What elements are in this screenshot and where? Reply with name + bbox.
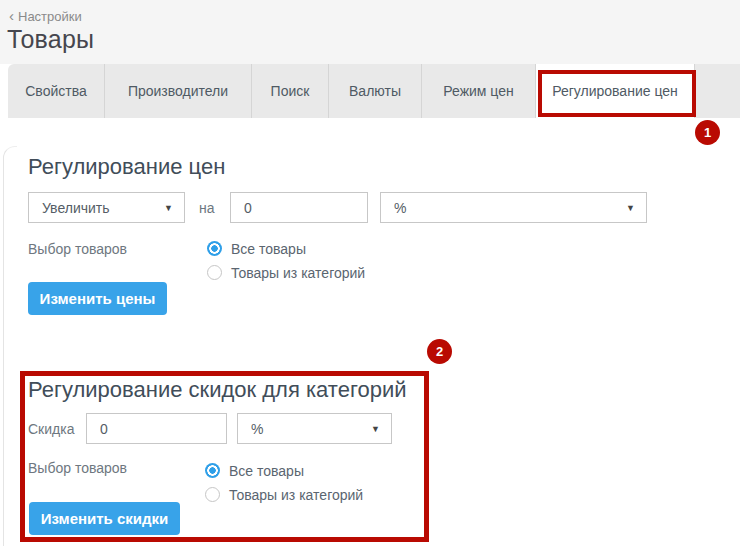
radio-category-products-discounts[interactable] <box>205 487 220 502</box>
discount-label: Скидка <box>28 421 74 437</box>
tab-bar-filler <box>695 64 740 118</box>
products-selection-label: Выбор товаров <box>28 241 127 257</box>
products-settings-page: ‹Настройки Товары Свойства Производители… <box>0 0 740 551</box>
page-title: Товары <box>7 25 94 54</box>
radio-all-products-discounts[interactable] <box>205 463 220 478</box>
radio-category-products-prices[interactable] <box>207 265 222 280</box>
radio-all-products-discounts-label[interactable]: Все товары <box>229 463 304 479</box>
annotation-badge-1: 1 <box>695 120 720 145</box>
breadcrumb-label: Настройки <box>18 9 82 24</box>
page-header <box>0 0 740 64</box>
price-unit-select-value: % <box>394 200 406 216</box>
price-regulation-heading: Регулирование цен <box>28 154 225 180</box>
chevron-left-icon: ‹ <box>9 7 14 24</box>
tab-currencies[interactable]: Валюты <box>329 64 422 118</box>
discount-amount-input[interactable] <box>86 413 227 444</box>
radio-all-products-prices[interactable] <box>207 241 222 256</box>
price-amount-input[interactable] <box>230 192 368 223</box>
tab-price-mode[interactable]: Режим цен <box>422 64 536 118</box>
discount-unit-select[interactable]: % ▼ <box>237 413 392 444</box>
change-discounts-button[interactable]: Изменить скидки <box>29 502 180 535</box>
breadcrumb[interactable]: ‹Настройки <box>9 7 82 24</box>
tab-manufacturers[interactable]: Производители <box>105 64 252 118</box>
products-selection-label-discounts: Выбор товаров <box>28 460 127 476</box>
price-unit-select[interactable]: % ▼ <box>380 192 647 223</box>
content-panel-edge <box>3 146 17 546</box>
tab-search[interactable]: Поиск <box>252 64 329 118</box>
caret-down-icon: ▼ <box>371 424 380 434</box>
tab-price-regulation[interactable]: Регулирование цен <box>536 64 695 118</box>
tab-bar: Свойства Производители Поиск Валюты Режи… <box>8 64 740 118</box>
price-action-select[interactable]: Увеличить ▼ <box>28 192 185 223</box>
discount-regulation-heading: Регулирование скидок для категорий <box>28 377 406 403</box>
radio-all-products-prices-label[interactable]: Все товары <box>231 241 306 257</box>
price-action-select-value: Увеличить <box>42 200 110 216</box>
tab-properties[interactable]: Свойства <box>8 64 105 118</box>
caret-down-icon: ▼ <box>626 203 635 213</box>
amount-label: на <box>199 200 215 216</box>
annotation-badge-2: 2 <box>427 339 452 364</box>
radio-category-products-discounts-label[interactable]: Товары из категорий <box>229 487 363 503</box>
discount-unit-select-value: % <box>251 421 263 437</box>
caret-down-icon: ▼ <box>164 203 173 213</box>
radio-category-products-prices-label[interactable]: Товары из категорий <box>231 265 365 281</box>
change-prices-button[interactable]: Изменить цены <box>28 282 167 315</box>
